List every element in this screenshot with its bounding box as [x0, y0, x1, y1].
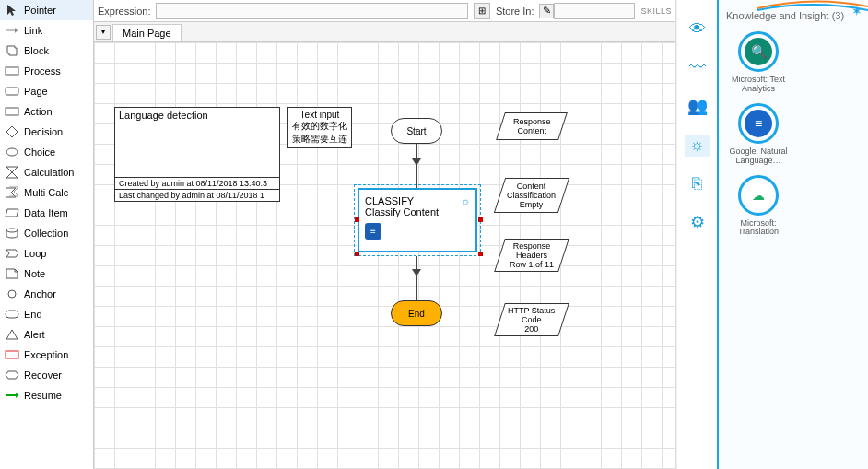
- skills-category-rail: 👁〰👥☼⎘⚙: [676, 0, 717, 469]
- svg-point-4: [6, 148, 18, 156]
- alert-icon: [4, 328, 20, 341]
- end-node[interactable]: End: [391, 300, 442, 326]
- tool-note[interactable]: Note: [0, 264, 93, 284]
- calculator-icon[interactable]: ⊞: [474, 3, 490, 19]
- tool-label: Resume: [24, 390, 62, 401]
- tool-label: Page: [24, 86, 48, 97]
- tool-decision[interactable]: Decision: [0, 122, 93, 142]
- classify-node[interactable]: ☼ CLASSIFY Classify Content ≡: [358, 188, 477, 252]
- multicalc-icon: [4, 186, 20, 199]
- resume-icon: [4, 389, 20, 402]
- skill-label: Google: Natural Language…: [726, 147, 791, 166]
- tool-exception[interactable]: Exception: [0, 345, 93, 365]
- tool-label: Note: [24, 268, 45, 279]
- data-item-text-input[interactable]: Text input 有效的数字化 策略需要互连: [287, 107, 352, 148]
- tool-label: Decision: [24, 126, 63, 137]
- tool-block[interactable]: Block: [0, 41, 93, 61]
- tool-collection[interactable]: Collection: [0, 223, 93, 243]
- svg-rect-3: [6, 108, 18, 115]
- rail-people-icon[interactable]: 👥: [685, 96, 710, 118]
- skill-label: Microsoft: Text Analytics: [726, 76, 791, 94]
- svg-rect-7: [6, 311, 18, 318]
- tool-loop[interactable]: Loop: [0, 243, 93, 264]
- svg-point-6: [8, 290, 16, 298]
- recover-icon: [4, 369, 20, 381]
- data-item-response-content[interactable]: Response Content: [496, 112, 568, 140]
- tool-label: Alert: [24, 329, 45, 340]
- tool-label: Link: [24, 25, 42, 36]
- action-icon: [4, 105, 20, 118]
- tool-calc[interactable]: Calculation: [0, 162, 93, 182]
- tool-pointer[interactable]: Pointer: [0, 0, 93, 20]
- calc-icon: [4, 166, 20, 179]
- skills-label: SKILLS: [640, 6, 672, 16]
- skill-item[interactable]: ☁Microsoft: Translation: [726, 175, 791, 238]
- canvas[interactable]: Language detection Created by admin at 0…: [94, 42, 675, 469]
- skill-item[interactable]: 🔍Microsoft: Text Analytics: [726, 31, 791, 94]
- info-box-created: Created by admin at 08/11/2018 13:40:3: [115, 177, 279, 189]
- expression-bar: Expression: ⊞ Store In: ✎ SKILLS: [94, 0, 675, 22]
- tool-label: Block: [24, 45, 49, 56]
- tool-alert[interactable]: Alert: [0, 324, 93, 345]
- rail-graph-icon[interactable]: 〰: [685, 57, 710, 79]
- store-in-label: Store In:: [496, 6, 534, 17]
- expression-input[interactable]: [156, 3, 467, 19]
- tool-anchor[interactable]: Anchor: [0, 284, 93, 304]
- rail-eye-icon[interactable]: 👁: [685, 18, 710, 41]
- rail-bulb-icon[interactable]: ☼: [685, 135, 710, 157]
- edit-icon[interactable]: ✎: [539, 4, 554, 18]
- tool-label: Collection: [24, 228, 68, 239]
- info-box-changed: Last changed by admin at 08/11/2018 1: [115, 189, 279, 201]
- tool-recover[interactable]: Recover: [0, 365, 93, 385]
- data-item-response-headers[interactable]: Response Headers Row 1 of 11: [494, 239, 569, 272]
- svg-rect-1: [6, 67, 18, 75]
- skill-label: Microsoft: Translation: [726, 219, 791, 238]
- classify-title: CLASSIFY: [365, 195, 470, 206]
- tool-dataitem[interactable]: Data Item: [0, 203, 93, 223]
- tool-page[interactable]: Page: [0, 81, 93, 101]
- tool-multicalc[interactable]: Multi Calc: [0, 182, 93, 203]
- process-icon: [4, 64, 20, 77]
- collection-icon: [4, 227, 20, 240]
- tool-link[interactable]: Link: [0, 20, 93, 41]
- tabs-dropdown-button[interactable]: ▾: [96, 25, 111, 40]
- info-box[interactable]: Language detection Created by admin at 0…: [114, 107, 280, 202]
- exception-icon: [4, 348, 20, 361]
- tool-action[interactable]: Action: [0, 101, 93, 122]
- tool-choice[interactable]: Choice: [0, 142, 93, 162]
- block-icon: [4, 44, 20, 57]
- svg-point-5: [6, 229, 18, 232]
- data-item-content-classification[interactable]: Content Classification Empty: [494, 178, 569, 213]
- tool-label: End: [24, 309, 42, 320]
- pin-icon[interactable]: ✶: [851, 4, 862, 18]
- decision-icon: [4, 125, 20, 138]
- tool-label: Data Item: [24, 207, 68, 218]
- tool-label: Action: [24, 106, 53, 117]
- start-node[interactable]: Start: [391, 118, 442, 144]
- dataitem-icon: [4, 206, 20, 219]
- data-item-http-status[interactable]: HTTP Status Code 200: [494, 303, 569, 336]
- page-icon: [4, 85, 20, 98]
- tool-resume[interactable]: Resume: [0, 385, 93, 405]
- tool-label: Process: [24, 65, 61, 76]
- toolbox: PointerLinkBlockProcessPageActionDecisio…: [0, 0, 94, 469]
- pointer-icon: [4, 4, 20, 17]
- rail-translate-icon[interactable]: ⎘: [685, 173, 710, 195]
- tool-label: Choice: [24, 147, 55, 158]
- tool-end[interactable]: End: [0, 304, 93, 324]
- info-box-title: Language detection: [115, 108, 279, 177]
- tool-label: Calculation: [24, 167, 74, 178]
- end-icon: [4, 308, 20, 321]
- tool-label: Recover: [24, 369, 62, 381]
- tool-label: Loop: [24, 248, 46, 259]
- skills-panel: ✶ Knowledge and Insight (3) 🔍Microsoft: …: [717, 0, 868, 469]
- rail-robot-icon[interactable]: ⚙: [685, 212, 710, 234]
- skill-item[interactable]: ≡Google: Natural Language…: [726, 103, 791, 166]
- tool-label: Pointer: [24, 5, 56, 16]
- store-in-input[interactable]: [554, 3, 635, 19]
- tab-bar: ▾ Main Page: [94, 22, 675, 42]
- tab-main-page[interactable]: Main Page: [112, 24, 182, 41]
- tool-label: Anchor: [24, 288, 56, 299]
- tool-process[interactable]: Process: [0, 61, 93, 81]
- note-icon: [4, 267, 20, 280]
